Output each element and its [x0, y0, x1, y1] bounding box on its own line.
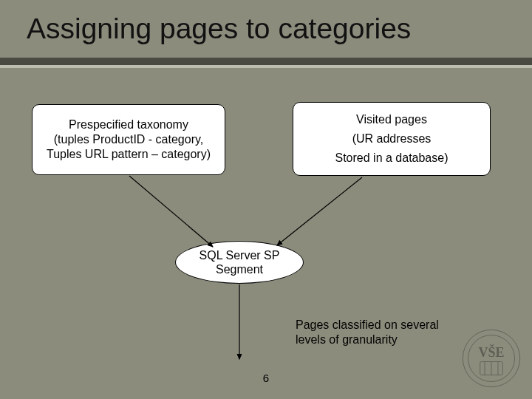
logo-icon: VŠE [458, 325, 525, 392]
box-left-line2: (tuples ProductID - category, [54, 132, 203, 147]
box-right-line3: Stored in a database) [335, 151, 449, 166]
prespecified-taxonomy-box: Prespecified taxonomy (tuples ProductID … [32, 104, 225, 175]
arrow-left-to-ellipse [129, 176, 213, 247]
box-right-line1: Visited pages [356, 112, 427, 127]
visited-pages-box: Visited pages (UR addresses Stored in a … [293, 102, 491, 176]
title-underline-light [0, 65, 532, 68]
output-line1: Pages classified on several [296, 318, 466, 332]
page-title: Assigning pages to categories [27, 13, 411, 45]
arrow-right-to-ellipse [277, 177, 362, 245]
output-line2: levels of granularity [296, 332, 466, 347]
output-text: Pages classified on several levels of gr… [296, 318, 466, 347]
box-left-line3: Tuples URL pattern – category) [47, 147, 211, 162]
box-right-line2: (UR addresses [352, 132, 432, 146]
svg-text:VŠE: VŠE [478, 344, 504, 360]
ellipse-line2: Segment [216, 262, 263, 276]
title-bar: Assigning pages to categories [0, 0, 532, 58]
title-underline-dark [0, 58, 532, 65]
page-number: 6 [263, 372, 269, 384]
box-left-line1: Prespecified taxonomy [69, 117, 188, 132]
vse-logo: VŠE [458, 325, 525, 392]
sql-server-ellipse: SQL Server SP Segment [175, 241, 304, 284]
ellipse-line1: SQL Server SP [200, 248, 280, 262]
